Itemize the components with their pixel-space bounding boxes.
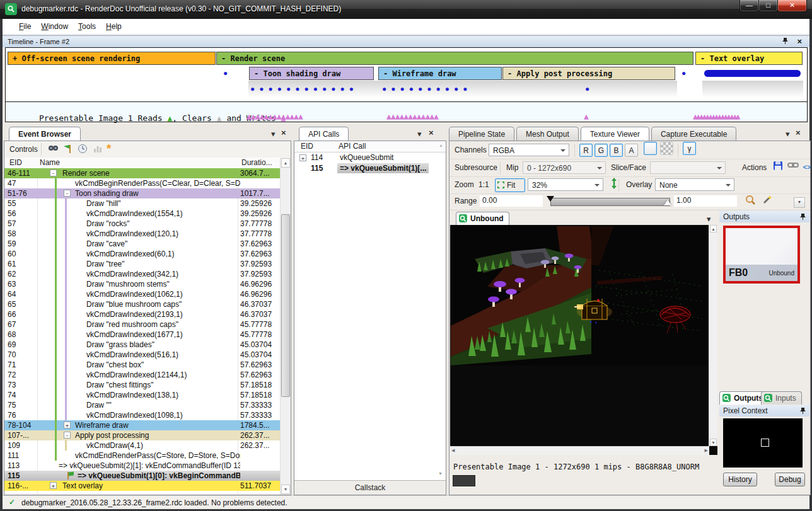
channel-toggle-button[interactable]: G bbox=[594, 144, 608, 157]
event-row[interactable]: 58 vkCmdDrawIndexed(120,1) 37.77778 bbox=[4, 229, 281, 239]
channel-toggle-button[interactable]: A bbox=[625, 144, 638, 157]
bookmark-star-icon[interactable]: * bbox=[107, 142, 111, 156]
close-panel-icon[interactable]: × bbox=[797, 37, 802, 46]
event-row[interactable]: 65 Draw "blue mushroom caps" 46.37037 bbox=[4, 299, 281, 309]
event-row[interactable]: 115 => vkQueueSubmit(1)[0]: vkBeginComma… bbox=[4, 471, 281, 481]
tab-event-browser[interactable]: Event Browser bbox=[9, 127, 81, 141]
menu-item[interactable]: Tools bbox=[73, 21, 101, 32]
event-browser-column-header[interactable]: EID Name Duratio... bbox=[4, 158, 281, 169]
gamma-button[interactable]: γ bbox=[683, 142, 696, 155]
scroll-up-icon[interactable]: ▲ bbox=[710, 225, 717, 233]
event-row[interactable]: 61 Draw "tree" 37.92593 bbox=[4, 259, 281, 269]
event-row[interactable]: 47 vkCmdBeginRenderPass(C=Clear, D=Clear… bbox=[4, 178, 281, 188]
channels-dropdown[interactable]: RGBA bbox=[489, 144, 569, 156]
menu-item[interactable]: Help bbox=[101, 21, 127, 32]
menu-item[interactable]: File bbox=[14, 21, 36, 32]
event-row[interactable]: 111 vkCmdEndRenderPass(C=Store, D=Store,… bbox=[4, 451, 281, 461]
history-button[interactable]: History bbox=[723, 473, 757, 486]
timeline-bar-text-overlay[interactable]: - Text overlay bbox=[695, 52, 803, 65]
event-row[interactable]: 74 vkCmdDrawIndexed(138,1) 57.18518 bbox=[4, 390, 281, 400]
api-calls-column-header[interactable]: EID API Call ▲ bbox=[294, 141, 446, 152]
preview-menu-icon[interactable]: ▾ bbox=[707, 215, 711, 224]
event-row[interactable]: 67 Draw "red mushroom caps" 45.77778 bbox=[4, 319, 281, 330]
timeline-bar-postproc[interactable]: - Apply post processing bbox=[502, 67, 675, 80]
panel-menu-icon[interactable]: ▾ bbox=[417, 130, 422, 139]
timeline-canvas[interactable]: + Off-screen scene rendering - Render sc… bbox=[5, 47, 808, 102]
scroll-down-icon[interactable]: ▼ bbox=[281, 485, 290, 494]
autofit-wand-icon[interactable] bbox=[760, 195, 774, 208]
zoom-value-dropdown[interactable]: 32% bbox=[528, 178, 603, 191]
texture-display-area[interactable]: ▲ ▼ ◀ ▶ bbox=[450, 225, 717, 455]
event-row[interactable]: 107-... - Apply post processing 262.37..… bbox=[4, 430, 281, 440]
event-row[interactable]: 72 vkCmdDrawIndexed(12144,1) 57.62963 bbox=[4, 370, 281, 380]
event-row[interactable]: 109 vkCmdDraw(4,1) 262.37... bbox=[4, 440, 281, 451]
panel-tab[interactable]: Pipeline State bbox=[449, 127, 514, 141]
tab-inputs[interactable]: Inputs bbox=[761, 391, 802, 405]
range-white-point-handle[interactable] bbox=[664, 200, 671, 205]
sliceface-dropdown[interactable] bbox=[650, 161, 726, 174]
scroll-left-icon[interactable]: ◀ bbox=[451, 448, 455, 453]
alpha-checker-button[interactable] bbox=[660, 142, 673, 155]
close-button[interactable]: ✕ bbox=[777, 0, 807, 12]
event-row[interactable]: 57 Draw "rocks" 37.77778 bbox=[4, 219, 281, 229]
range-min-input[interactable]: 0.00 bbox=[480, 195, 543, 207]
zoom-1to1-button[interactable]: 1:1 bbox=[478, 180, 489, 189]
range-slider[interactable] bbox=[550, 198, 670, 206]
mip-dropdown[interactable]: 0 - 1272x690 bbox=[523, 161, 606, 174]
tab-unbound-texture[interactable]: Unbound bbox=[456, 212, 509, 225]
event-row[interactable]: 73 Draw "chest fittings" 57.18518 bbox=[4, 380, 281, 390]
panel-tab[interactable]: Texture Viewer bbox=[581, 127, 649, 141]
tab-api-calls[interactable]: API Calls bbox=[299, 127, 349, 141]
timeline-bar-wireframe[interactable]: - Wireframe draw bbox=[378, 67, 502, 80]
callstack-label[interactable]: Callstack bbox=[294, 480, 446, 495]
range-black-point-handle[interactable] bbox=[547, 196, 554, 202]
event-row[interactable]: 56 vkCmdDrawIndexed(1554,1) 39.25926 bbox=[4, 209, 281, 219]
event-browser-scrollbar[interactable]: ▲ ▼ bbox=[280, 158, 291, 495]
channel-toggle-button[interactable]: R bbox=[579, 144, 593, 157]
event-row[interactable]: 75 Draw "" 57.33333 bbox=[4, 400, 281, 410]
api-call-row[interactable]: + 114 vkQueueSubmit bbox=[294, 152, 446, 163]
range-max-input[interactable]: 1.00 bbox=[674, 195, 737, 207]
event-row[interactable]: 116-... + Text overlay 511.7037 bbox=[4, 481, 281, 491]
debug-button[interactable]: Debug bbox=[775, 473, 805, 486]
event-row[interactable]: 55 Draw "hill" 39.25926 bbox=[4, 198, 281, 209]
zoom-range-icon[interactable] bbox=[743, 195, 757, 208]
timing-clock-icon[interactable] bbox=[78, 144, 88, 156]
event-row[interactable]: 69 Draw "grass blades" 45.03704 bbox=[4, 340, 281, 350]
event-row[interactable]: 76 vkCmdDrawIndexed(1098,1) 57.33333 bbox=[4, 410, 281, 420]
panel-menu-icon[interactable]: ▾ bbox=[271, 130, 276, 139]
scroll-up-icon[interactable]: ▲ bbox=[439, 143, 443, 147]
event-row[interactable]: 63 Draw "mushroom stems" 46.96296 bbox=[4, 279, 281, 289]
scroll-down-icon[interactable]: ▼ bbox=[438, 471, 443, 476]
panel-tab[interactable]: Capture Executable bbox=[651, 127, 736, 141]
overlay-dropdown[interactable]: None bbox=[655, 178, 734, 191]
event-row[interactable]: 66 vkCmdDrawIndexed(2193,1) 46.37037 bbox=[4, 309, 281, 319]
event-row[interactable]: 71 Draw "chest box" 57.62963 bbox=[4, 360, 281, 370]
scroll-up-icon[interactable]: ▲ bbox=[281, 158, 290, 168]
timeline-bar-toon[interactable]: - Toon shading draw bbox=[249, 67, 374, 80]
colorwheel-button[interactable] bbox=[644, 142, 657, 155]
api-call-row[interactable]: 115 => vkQueueSubmit(1)[... bbox=[294, 163, 446, 174]
pin-icon[interactable] bbox=[782, 37, 788, 46]
viewer-vscrollbar[interactable]: ▲ ▼ bbox=[709, 225, 717, 446]
scrollbar-thumb[interactable] bbox=[281, 214, 290, 397]
event-row[interactable]: 60 vkCmdDrawIndexed(60,1) 37.62963 bbox=[4, 249, 281, 259]
find-icon[interactable] bbox=[47, 144, 59, 156]
jump-to-event-flag-icon[interactable] bbox=[62, 144, 72, 156]
save-icon[interactable] bbox=[771, 161, 785, 174]
pin-icon[interactable] bbox=[800, 213, 806, 222]
fit-button[interactable]: Fit bbox=[495, 178, 525, 192]
event-row[interactable]: 68 vkCmdDrawIndexed(1677,1) 45.77778 bbox=[4, 330, 281, 340]
event-row[interactable]: 59 Draw "cave" 37.62963 bbox=[4, 239, 281, 249]
expand-toggle-icon[interactable]: + bbox=[299, 154, 306, 161]
event-row[interactable]: 78-104 + Wireframe draw 1784.5... bbox=[4, 420, 281, 430]
viewer-hscrollbar[interactable]: ◀ ▶ bbox=[450, 446, 709, 455]
timeline-bar-render-scene[interactable]: - Render scene bbox=[216, 52, 693, 65]
link-icon[interactable] bbox=[786, 161, 800, 174]
panel-tab[interactable]: Mesh Output bbox=[516, 127, 579, 141]
minimize-button[interactable]: — bbox=[740, 0, 759, 12]
channel-toggle-button[interactable]: B bbox=[610, 144, 623, 157]
event-row[interactable]: 62 vkCmdDrawIndexed(342,1) 37.92593 bbox=[4, 269, 281, 279]
scroll-down-icon[interactable]: ▼ bbox=[710, 439, 717, 446]
panel-menu-icon[interactable]: ▾ bbox=[786, 130, 790, 139]
